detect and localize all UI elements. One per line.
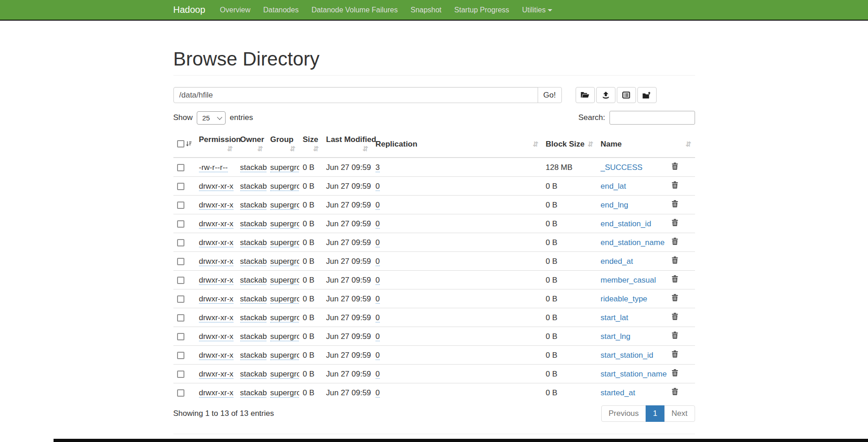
permission-value[interactable]: drwxr-xr-x <box>199 370 234 379</box>
select-all-checkbox[interactable] <box>177 140 184 147</box>
col-group[interactable]: Group <box>270 135 294 144</box>
delete-button[interactable] <box>672 200 678 207</box>
delete-button[interactable] <box>672 313 678 320</box>
row-checkbox[interactable] <box>177 295 184 303</box>
go-button[interactable]: Go! <box>538 87 562 103</box>
delete-button[interactable] <box>672 294 678 301</box>
list-view-button[interactable] <box>617 87 636 103</box>
file-link[interactable]: start_station_id <box>601 351 653 360</box>
row-checkbox[interactable] <box>177 277 184 284</box>
col-name[interactable]: Name <box>601 140 622 148</box>
sort-icon[interactable]: ⇵ <box>362 144 368 153</box>
delete-button[interactable] <box>672 256 678 264</box>
row-checkbox[interactable] <box>177 202 184 209</box>
group-value[interactable]: supergroup <box>270 182 299 191</box>
delete-button[interactable] <box>672 275 678 283</box>
replication-value[interactable]: 0 <box>376 257 380 266</box>
upload-file-button[interactable] <box>596 87 615 103</box>
nav-overview[interactable]: Overview <box>214 6 257 14</box>
sort-icon[interactable]: ⇵ <box>313 144 319 153</box>
pagination-page-1[interactable]: 1 <box>646 405 664 422</box>
file-link[interactable]: end_lat <box>601 182 626 191</box>
replication-value[interactable]: 0 <box>376 219 380 229</box>
owner-value[interactable]: stackable <box>240 238 267 247</box>
replication-value[interactable]: 0 <box>376 238 380 247</box>
row-checkbox[interactable] <box>177 164 184 171</box>
replication-value[interactable]: 0 <box>376 313 380 322</box>
nav-utilities-dropdown[interactable]: Utilities <box>516 6 559 14</box>
create-directory-button[interactable] <box>637 87 657 103</box>
file-link[interactable]: member_casual <box>601 276 656 284</box>
delete-button[interactable] <box>672 219 678 226</box>
delete-button[interactable] <box>672 238 678 245</box>
search-input[interactable] <box>609 111 695 125</box>
permission-value[interactable]: drwxr-xr-x <box>199 313 234 322</box>
sort-icon[interactable]: ⇵ <box>257 144 263 153</box>
permission-value[interactable]: drwxr-xr-x <box>199 388 234 398</box>
col-block-size[interactable]: Block Size <box>546 140 585 148</box>
nav-startup-progress[interactable]: Startup Progress <box>448 6 516 14</box>
sort-icon[interactable]: ⇵ <box>588 140 593 148</box>
file-link[interactable]: end_station_name <box>601 238 665 247</box>
row-checkbox[interactable] <box>177 371 184 378</box>
open-folder-button[interactable] <box>576 87 595 103</box>
group-value[interactable]: supergroup <box>270 219 299 229</box>
delete-button[interactable] <box>672 350 678 358</box>
row-checkbox[interactable] <box>177 352 184 359</box>
row-checkbox[interactable] <box>177 333 184 340</box>
permission-value[interactable]: -rw-r--r-- <box>199 163 228 172</box>
row-checkbox[interactable] <box>177 258 184 265</box>
permission-value[interactable]: drwxr-xr-x <box>199 276 234 285</box>
replication-value[interactable]: 3 <box>376 163 380 172</box>
file-link[interactable]: start_station_name <box>601 370 667 378</box>
group-value[interactable]: supergroup <box>270 388 299 398</box>
group-value[interactable]: supergroup <box>270 351 299 360</box>
owner-value[interactable]: stackable <box>240 182 267 191</box>
owner-value[interactable]: stackable <box>240 370 267 379</box>
row-checkbox[interactable] <box>177 389 184 397</box>
permission-value[interactable]: drwxr-xr-x <box>199 238 234 247</box>
permission-value[interactable]: drwxr-xr-x <box>199 182 234 191</box>
permission-value[interactable]: drwxr-xr-x <box>199 219 234 229</box>
col-last-modified[interactable]: Last Modified <box>326 135 377 144</box>
file-link[interactable]: start_lat <box>601 313 628 322</box>
file-link[interactable]: end_lng <box>601 201 629 209</box>
nav-snapshot[interactable]: Snapshot <box>404 6 448 14</box>
replication-value[interactable]: 0 <box>376 388 380 398</box>
permission-value[interactable]: drwxr-xr-x <box>199 257 234 266</box>
group-value[interactable]: supergroup <box>270 276 299 285</box>
file-link[interactable]: _SUCCESS <box>601 163 643 172</box>
delete-button[interactable] <box>672 181 678 189</box>
replication-value[interactable]: 0 <box>376 201 380 210</box>
col-size[interactable]: Size <box>303 135 318 144</box>
directory-path-input[interactable] <box>173 87 538 103</box>
delete-button[interactable] <box>672 369 678 377</box>
pagination-previous[interactable]: Previous <box>601 405 646 422</box>
owner-value[interactable]: stackable <box>240 257 267 266</box>
file-link[interactable]: rideable_type <box>601 295 647 303</box>
group-value[interactable]: supergroup <box>270 313 299 322</box>
row-checkbox[interactable] <box>177 239 184 246</box>
permission-value[interactable]: drwxr-xr-x <box>199 351 234 360</box>
group-value[interactable]: supergroup <box>270 370 299 379</box>
replication-value[interactable]: 0 <box>376 370 380 379</box>
permission-value[interactable]: drwxr-xr-x <box>199 201 234 210</box>
group-value[interactable]: supergroup <box>270 201 299 210</box>
owner-value[interactable]: stackable <box>240 276 267 285</box>
replication-value[interactable]: 0 <box>376 332 380 341</box>
replication-value[interactable]: 0 <box>376 276 380 285</box>
file-link[interactable]: end_station_id <box>601 219 652 228</box>
sort-active-icon[interactable] <box>186 140 192 149</box>
group-value[interactable]: supergroup <box>270 332 299 341</box>
brand-hadoop[interactable]: Hadoop <box>173 5 205 15</box>
col-owner[interactable]: Owner <box>240 135 264 144</box>
row-checkbox[interactable] <box>177 220 184 228</box>
replication-value[interactable]: 0 <box>376 351 380 360</box>
owner-value[interactable]: stackable <box>240 351 267 360</box>
replication-value[interactable]: 0 <box>376 182 380 191</box>
owner-value[interactable]: stackable <box>240 388 267 398</box>
sort-icon[interactable]: ⇵ <box>227 144 233 153</box>
file-link[interactable]: ended_at <box>601 257 633 266</box>
sort-icon[interactable]: ⇵ <box>685 140 691 148</box>
group-value[interactable]: supergroup <box>270 238 299 247</box>
